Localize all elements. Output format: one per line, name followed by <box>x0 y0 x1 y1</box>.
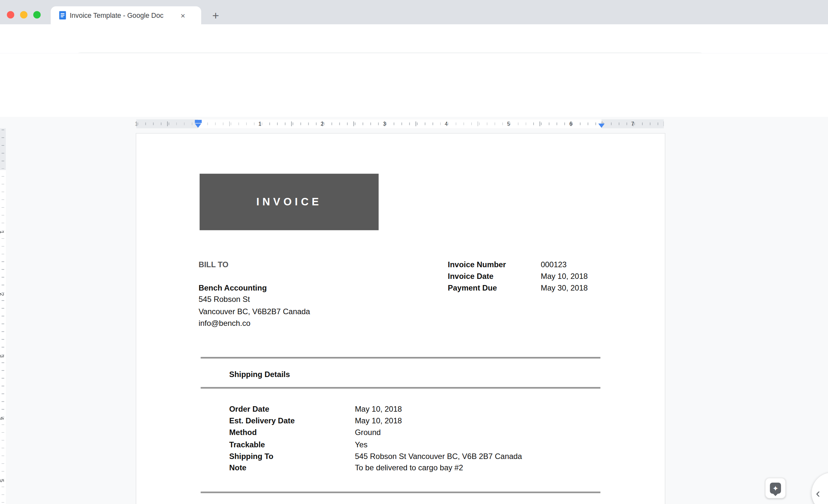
close-window-button[interactable] <box>7 11 14 18</box>
shipping-row-label: Method <box>229 427 256 438</box>
ruler-number: 7 <box>631 121 634 127</box>
bill-to-heading: BILL TO <box>199 259 229 270</box>
vertical-ruler-ticks <box>2 128 4 504</box>
tab-close-icon[interactable]: × <box>180 11 185 20</box>
shipping-row-value: Ground <box>355 427 381 438</box>
invoice-banner: INVOICE <box>200 174 379 230</box>
shipping-row-label: Shipping To <box>229 450 274 462</box>
chevron-left-icon: ‹ <box>816 486 820 501</box>
shipping-row-value: May 10, 2018 <box>355 403 402 415</box>
browser-tab[interactable]: Invoice Template - Google Doc × <box>50 6 201 24</box>
scaled-stage: Invoice Template - Google Doc × + https:… <box>0 0 828 504</box>
left-indent-marker[interactable] <box>195 123 201 128</box>
shipping-row-label: Trackable <box>229 439 265 451</box>
first-line-indent-marker[interactable] <box>195 120 202 123</box>
ruler-number: 5 <box>0 479 5 482</box>
ruler-number: 2 <box>0 293 5 296</box>
window-titlebar: Invoice Template - Google Doc × + <box>0 0 828 24</box>
docs-header: Invoice Template ☆ File Edit View Insert… <box>0 53 828 95</box>
vertical-ruler[interactable]: 1 2 3 4 5 <box>0 128 6 504</box>
horizontal-rule <box>201 357 600 358</box>
payment-due-value: May 30, 2018 <box>541 282 588 293</box>
ruler-number: 5 <box>507 121 510 127</box>
ruler-number: 4 <box>0 417 5 420</box>
invoice-number-value: 000123 <box>541 259 567 270</box>
shipping-row-label: Order Date <box>229 403 269 415</box>
invoice-banner-text: INVOICE <box>256 196 322 208</box>
payment-due-label: Payment Due <box>448 282 497 293</box>
right-indent-marker[interactable] <box>598 123 605 128</box>
horizontal-ruler[interactable]: 1 1 2 3 4 5 6 7 <box>136 119 664 128</box>
ruler-number: 1 <box>135 121 138 127</box>
bill-to-name: Bench Accounting <box>199 282 267 293</box>
document-canvas: 1 1 2 3 4 5 6 7 1 2 3 4 5 INVOICE <box>0 117 828 504</box>
shipping-row-value: 545 Robson St Vancouver BC, V6B 2B7 Cana… <box>355 450 522 462</box>
document-page[interactable]: INVOICE BILL TO Bench Accounting 545 Rob… <box>136 133 665 504</box>
horizontal-rule <box>201 387 600 388</box>
ruler-number: 2 <box>321 121 324 127</box>
invoice-date-label: Invoice Date <box>448 270 493 282</box>
invoice-number-label: Invoice Number <box>448 259 506 270</box>
maximize-window-button[interactable] <box>33 11 41 18</box>
items-column-header: Items <box>229 502 249 504</box>
shipping-details-heading: Shipping Details <box>229 369 290 380</box>
ruler-halfinch-ticks <box>136 122 664 126</box>
invoice-date-value: May 10, 2018 <box>541 270 588 282</box>
format-toolbar: A 100% ▾ Normal text ▾ Arial ▾ 11 ▾ B I … <box>0 95 828 118</box>
docs-favicon <box>59 11 66 19</box>
bill-to-address2: Vancouver BC, V6B2B7 Canada <box>199 306 310 318</box>
explore-button[interactable]: ✦ <box>765 478 786 499</box>
shipping-row-value: May 10, 2018 <box>355 415 402 427</box>
ruler-number: 3 <box>0 355 5 358</box>
ruler-number: 3 <box>383 121 386 127</box>
minimize-window-button[interactable] <box>20 11 28 18</box>
shipping-row-value: To be delivered to cargo bay #2 <box>355 462 463 473</box>
shipping-row-label: Est. Delivery Date <box>229 415 294 427</box>
tab-title: Invoice Template - Google Doc <box>70 11 179 19</box>
screenshot-viewport: Invoice Template - Google Doc × + https:… <box>0 0 828 504</box>
bill-to-email: info@bench.co <box>199 318 250 329</box>
ruler-number: 1 <box>0 230 5 234</box>
amount-column-header: Amount <box>528 502 557 504</box>
new-tab-button[interactable]: + <box>212 9 219 23</box>
shipping-row-label: Note <box>229 462 246 473</box>
horizontal-rule <box>201 492 600 493</box>
bill-to-address1: 545 Robson St <box>199 293 250 305</box>
ruler-number: 1 <box>258 121 261 127</box>
ruler-number: 4 <box>445 121 448 127</box>
ruler-number: 6 <box>570 121 572 127</box>
explore-sparkle-icon: ✦ <box>770 482 781 494</box>
qty-column-header: Qty <box>447 502 460 504</box>
unit-cost-column-header: Unit Cost <box>468 502 503 504</box>
shipping-row-value: Yes <box>355 439 367 451</box>
browser-toolbar: https://docs.google.com/document/d/1lnAe… <box>0 24 828 54</box>
